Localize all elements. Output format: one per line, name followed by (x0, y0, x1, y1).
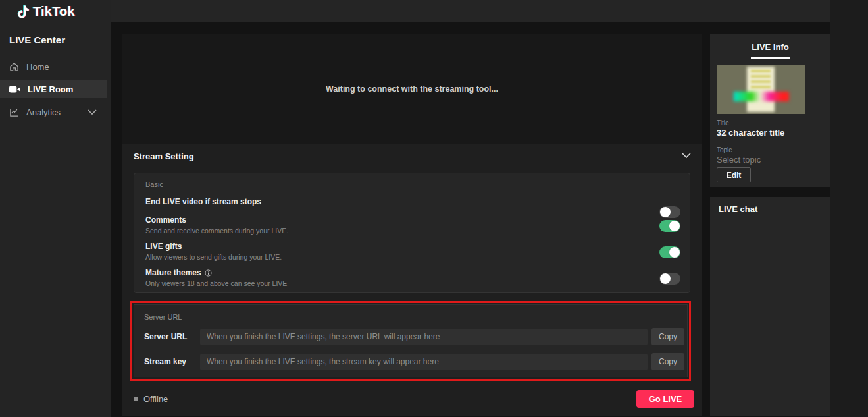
setting-row-comments: Comments Send and receive comments durin… (145, 215, 680, 235)
setting-label: Mature themes (145, 268, 201, 277)
stream-footer: Offline Go LIVE (134, 389, 694, 408)
toggle-knob (669, 221, 680, 231)
sidebar-item-analytics[interactable]: Analytics (0, 103, 107, 121)
waiting-status-text: Waiting to connect with the streaming to… (326, 84, 498, 94)
setting-row-live-gifts: LIVE gifts Allow viewers to send gifts d… (145, 242, 680, 261)
video-camera-icon (9, 85, 20, 94)
server-url-highlight-outline: Server URL Server URL Copy Stream key Co… (130, 301, 691, 381)
stream-key-row: Stream key Copy (144, 353, 684, 370)
live-info-title: LIVE info (710, 42, 830, 52)
stream-preview-panel: Waiting to connect with the streaming to… (122, 34, 702, 144)
right-edge-strip (830, 0, 868, 417)
copy-server-url-button[interactable]: Copy (651, 328, 684, 345)
topic-value: Select topic (717, 155, 761, 165)
tiktok-wordmark: TikTok (33, 4, 75, 19)
server-section-label: Server URL (144, 313, 182, 321)
sidebar-item-live-room[interactable]: LIVE Room (0, 80, 107, 98)
setting-label: Comments (145, 215, 680, 225)
setting-label: End LIVE video if stream stops (145, 197, 680, 206)
edit-button[interactable]: Edit (717, 167, 751, 182)
server-url-label: Server URL (144, 332, 200, 341)
live-chat-panel: LIVE chat (710, 197, 830, 416)
toggle-knob (669, 247, 680, 258)
basic-settings-box: Basic End LIVE video if stream stops Com… (134, 173, 690, 293)
setting-label: LIVE gifts (145, 242, 680, 251)
setting-description: Send and receive comments during your LI… (145, 227, 680, 235)
sidebar-title: LIVE Center (9, 34, 65, 45)
basic-section-label: Basic (145, 181, 163, 188)
home-icon (9, 62, 19, 72)
setting-row-mature-themes: Mature themes Only viewers 18 and above … (145, 268, 680, 287)
info-icon[interactable] (205, 269, 212, 277)
setting-description: Only viewers 18 and above can see your L… (145, 279, 680, 287)
title-label: Title (717, 119, 729, 126)
go-live-button[interactable]: Go LIVE (636, 390, 694, 408)
analytics-chart-icon (9, 107, 19, 117)
setting-row-end-live: End LIVE video if stream stops (145, 197, 680, 206)
toggle-knob (660, 273, 671, 284)
stream-key-label: Stream key (144, 357, 200, 366)
copy-stream-key-button[interactable]: Copy (651, 353, 684, 370)
thumbnail-color-bar (734, 92, 789, 101)
server-url-input[interactable] (200, 329, 648, 345)
tiktok-logo[interactable]: TikTok (17, 4, 75, 19)
status-text: Offline (143, 394, 168, 404)
live-chat-title: LIVE chat (719, 204, 757, 214)
comments-toggle[interactable] (659, 220, 680, 232)
server-url-row: Server URL Copy (144, 328, 684, 345)
top-bar (0, 0, 830, 22)
stream-setting-panel: Stream Setting Basic End LIVE video if s… (122, 144, 702, 416)
collapse-chevron-icon[interactable] (682, 153, 691, 159)
stream-key-input[interactable] (200, 354, 648, 370)
stream-setting-title: Stream Setting (134, 152, 194, 161)
sidebar-item-home[interactable]: Home (0, 57, 107, 76)
mature-themes-toggle[interactable] (659, 273, 680, 285)
sidebar-item-label: LIVE Room (28, 84, 73, 94)
setting-description: Allow viewers to send gifts during your … (145, 253, 680, 261)
sidebar-item-label: Home (26, 62, 49, 72)
topic-label: Topic (717, 146, 732, 153)
chevron-down-icon[interactable] (88, 109, 97, 115)
offline-dot-icon (134, 397, 138, 401)
thumbnail-card-texture (751, 70, 771, 90)
active-tab-underline (751, 57, 790, 59)
status-indicator: Offline (134, 394, 168, 404)
server-url-box: Server URL Server URL Copy Stream key Co… (134, 304, 688, 377)
sidebar-item-label: Analytics (26, 107, 61, 117)
tiktok-note-icon (17, 5, 30, 19)
live-gifts-toggle[interactable] (659, 246, 680, 258)
title-value: 32 character title (717, 128, 784, 138)
live-cover-thumbnail (717, 65, 805, 114)
live-info-panel: LIVE info Title 32 character title Topic… (710, 34, 830, 187)
